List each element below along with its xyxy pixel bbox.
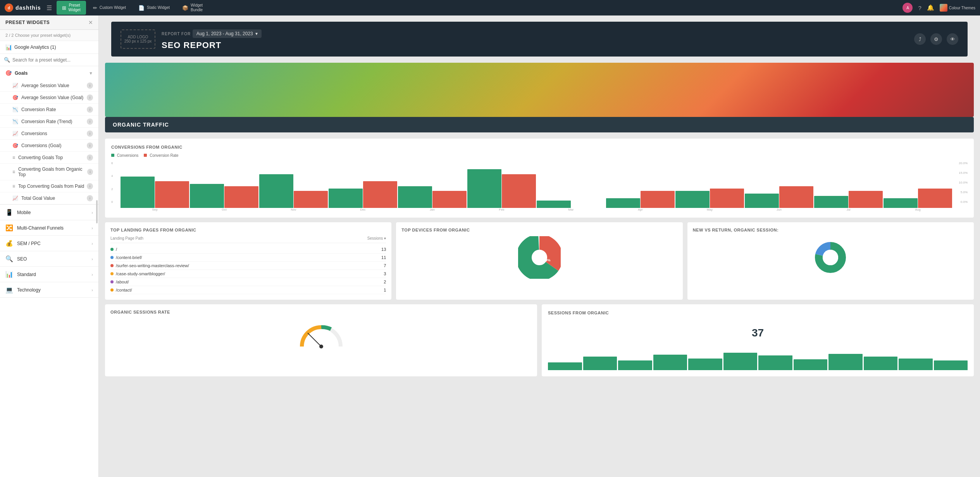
- info-icon[interactable]: i: [87, 183, 93, 189]
- share-icon[interactable]: ⤴: [914, 33, 926, 45]
- bar-red: [918, 189, 952, 208]
- table-row-left: /: [110, 247, 381, 252]
- table-row-left: /contact/: [110, 288, 384, 292]
- sessions-value: 11: [381, 255, 386, 260]
- goals-section-header[interactable]: 🎯 Goals ▼: [0, 66, 98, 80]
- item-top-converting-goals[interactable]: ≡ Converting Goals Top i: [0, 152, 98, 164]
- info-icon[interactable]: i: [87, 94, 93, 101]
- tab-custom-widget[interactable]: ✏ Custom Widget: [88, 3, 131, 13]
- notification-icon[interactable]: 🔔: [927, 4, 934, 11]
- settings-icon[interactable]: ⚙: [930, 33, 942, 45]
- table-header: Landing Page Path Sessions ▾: [110, 236, 386, 243]
- static-icon: 📄: [138, 5, 145, 11]
- bar-green: [745, 194, 779, 208]
- category-seo[interactable]: 🔍 SEO ›: [0, 251, 98, 267]
- info-icon[interactable]: i: [87, 82, 93, 89]
- table-row: /content-brief/ 11: [110, 254, 386, 262]
- category-sem-ppc[interactable]: 💰 SEM / PPC ›: [0, 236, 98, 251]
- x-label: Aug: [884, 208, 952, 211]
- tab-widget-bundle[interactable]: 📦 WidgetBundle: [177, 1, 208, 15]
- category-standard[interactable]: 📊 Standard ›: [0, 267, 98, 282]
- top-devices-pie: 35.1% 64.9%: [518, 236, 561, 279]
- info-icon[interactable]: i: [87, 154, 93, 161]
- close-button[interactable]: ✕: [88, 19, 93, 26]
- info-icon[interactable]: i: [87, 118, 93, 125]
- scrollbar-handle[interactable]: [96, 200, 98, 223]
- item-icon: 📉: [12, 107, 18, 112]
- logo-text: dashthis: [16, 5, 41, 11]
- hamburger-menu[interactable]: ☰: [47, 4, 52, 12]
- date-selector[interactable]: Aug 1, 2023 - Aug 31, 2023 ▾: [193, 29, 262, 38]
- item-top-converting-goals-paid[interactable]: ≡ Top Converting Goals from Paid i: [0, 180, 98, 192]
- category-mobile[interactable]: 📱 Mobile ›: [0, 205, 98, 220]
- donut-label-blue: 21.8%: [825, 250, 834, 254]
- item-icon: ≡: [12, 169, 15, 175]
- bar-group: [606, 191, 675, 208]
- mobile-chevron: ›: [91, 210, 93, 215]
- report-for-label: REPORT FOR Aug 1, 2023 - Aug 31, 2023 ▾: [162, 28, 908, 38]
- info-icon[interactable]: i: [87, 169, 93, 175]
- item-avg-session-value[interactable]: 📈 Average Session Value i: [0, 80, 98, 92]
- color-dot: [110, 288, 114, 292]
- bar-group: [745, 186, 813, 208]
- x-label: Sep: [121, 208, 189, 211]
- mini-bar: [794, 359, 828, 370]
- chart-title: CONVERSIONS FROM ORGANIC: [111, 145, 968, 149]
- sessions-sort[interactable]: Sessions ▾: [367, 236, 386, 240]
- item-top-converting-goals-organic[interactable]: ≡ Converting Goals from Organic Top i: [0, 164, 98, 180]
- bundle-icon: 📦: [182, 5, 188, 11]
- goals-icon: 🎯: [5, 70, 12, 76]
- mini-bar: [758, 355, 792, 370]
- sessions-value: 2: [384, 280, 386, 284]
- app-logo[interactable]: d dashthis: [5, 3, 41, 12]
- search-bar: 🔍: [0, 54, 98, 66]
- color-dot: [110, 280, 114, 283]
- goals-title: 🎯 Goals: [5, 70, 28, 76]
- technology-chevron: ›: [91, 288, 93, 292]
- x-label: Jan: [398, 208, 467, 211]
- new-vs-return-widget: NEW VS RETURN, ORGANIC SESSION: 21.8% 78…: [687, 222, 974, 300]
- item-avg-session-value-goal[interactable]: 🎯 Average Session Value (Goal) i: [0, 92, 98, 104]
- item-conversions-goal[interactable]: 🎯 Conversions (Goal) i: [0, 140, 98, 152]
- standard-chevron: ›: [91, 272, 93, 277]
- report-header: ADD LOGO 250 px x 125 px REPORT FOR Aug …: [111, 22, 968, 57]
- tab-preset-widget[interactable]: ⊞ PresetWidget: [57, 1, 86, 15]
- x-label: May: [675, 208, 744, 211]
- info-icon[interactable]: i: [87, 195, 93, 201]
- info-icon[interactable]: i: [87, 142, 93, 149]
- info-icon[interactable]: i: [87, 130, 93, 137]
- bar-red: [502, 174, 536, 208]
- table-row: /case-study-smartblogger/ 3: [110, 270, 386, 278]
- item-conversion-rate-trend[interactable]: 📉 Conversion Rate (Trend) i: [0, 116, 98, 128]
- sessions-value: 1: [384, 288, 386, 292]
- bar-group: [259, 174, 328, 208]
- view-icon[interactable]: 👁: [947, 33, 958, 45]
- item-total-goal-value[interactable]: 📈 Total Goal Value i: [0, 192, 98, 204]
- bar-red: [849, 191, 883, 208]
- colour-themes-button[interactable]: Colour Themes: [940, 4, 975, 12]
- legend-dot-red: [144, 154, 147, 157]
- mini-bar: [864, 357, 898, 370]
- bar-group: [884, 189, 952, 208]
- svg-point-6: [319, 345, 323, 348]
- item-icon: 📈: [12, 196, 18, 201]
- bar-red: [641, 191, 675, 208]
- category-technology[interactable]: 💻 Technology ›: [0, 282, 98, 298]
- search-input[interactable]: [12, 57, 95, 63]
- info-icon[interactable]: i: [87, 106, 93, 113]
- new-vs-return-title: NEW VS RETURN, ORGANIC SESSION:: [693, 228, 778, 232]
- mini-bar: [548, 362, 582, 370]
- table-row: /surfer-seo-writing-masterclass-review/ …: [110, 262, 386, 270]
- help-icon[interactable]: ?: [918, 5, 921, 11]
- landing-pages-rows: / 13 /content-brief/ 11 /surfer-seo-writ…: [110, 245, 386, 294]
- tab-static-widget[interactable]: 📄 Static Widget: [133, 3, 175, 13]
- table-row-left: /content-brief/: [110, 255, 381, 260]
- category-multi-channel[interactable]: 🔀 Multi-Channel Funnels ›: [0, 220, 98, 236]
- color-dot: [110, 248, 114, 251]
- item-conversion-rate[interactable]: 📉 Conversion Rate i: [0, 104, 98, 116]
- color-stripe: [105, 63, 974, 117]
- page-path: /case-study-smartblogger/: [116, 271, 165, 276]
- avatar[interactable]: A: [902, 3, 913, 13]
- sessions-title: SESSIONS FROM ORGANIC: [548, 311, 968, 315]
- item-conversions[interactable]: 📈 Conversions i: [0, 128, 98, 140]
